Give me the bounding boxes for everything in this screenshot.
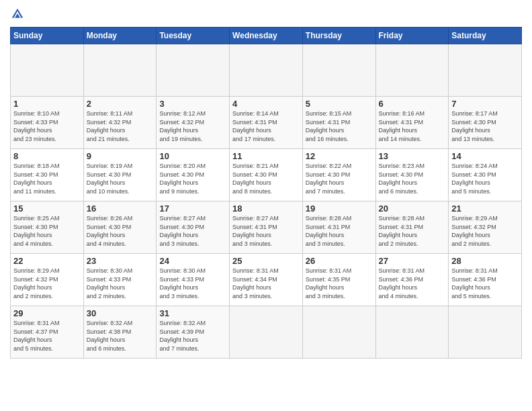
calendar-week-3: 15Sunrise: 8:25 AMSunset: 4:30 PMDayligh… xyxy=(11,201,522,254)
header xyxy=(10,7,522,21)
day-info: Sunrise: 8:32 AMSunset: 4:38 PMDaylight … xyxy=(87,319,154,353)
day-info: Sunrise: 8:24 AMSunset: 4:30 PMDaylight … xyxy=(451,162,519,195)
day-number: 9 xyxy=(87,151,154,161)
day-number: 8 xyxy=(13,151,81,161)
calendar-week-2: 8Sunrise: 8:18 AMSunset: 4:30 PMDaylight… xyxy=(11,149,522,201)
calendar-cell: 28Sunrise: 8:31 AMSunset: 4:36 PMDayligh… xyxy=(449,254,522,306)
day-info: Sunrise: 8:31 AMSunset: 4:34 PMDaylight … xyxy=(232,267,300,300)
calendar-cell: 9Sunrise: 8:19 AMSunset: 4:30 PMDaylight… xyxy=(83,149,157,201)
day-info: Sunrise: 8:16 AMSunset: 4:31 PMDaylight … xyxy=(379,109,446,143)
day-number: 27 xyxy=(379,256,446,266)
calendar-cell xyxy=(449,306,522,359)
calendar-cell: 12Sunrise: 8:22 AMSunset: 4:30 PMDayligh… xyxy=(302,149,375,201)
calendar-cell: 1Sunrise: 8:10 AMSunset: 4:33 PMDaylight… xyxy=(11,97,84,149)
calendar-cell: 6Sunrise: 8:16 AMSunset: 4:31 PMDaylight… xyxy=(375,97,449,149)
calendar-cell: 31Sunrise: 8:32 AMSunset: 4:39 PMDayligh… xyxy=(157,306,230,359)
day-info: Sunrise: 8:32 AMSunset: 4:39 PMDaylight … xyxy=(159,319,226,353)
day-number: 26 xyxy=(306,256,373,266)
logo xyxy=(10,7,28,21)
day-number: 23 xyxy=(87,256,154,266)
day-number: 12 xyxy=(306,151,373,161)
calendar-header-thursday: Thursday xyxy=(302,28,375,44)
day-info: Sunrise: 8:20 AMSunset: 4:30 PMDaylight … xyxy=(159,162,226,195)
calendar-cell: 27Sunrise: 8:31 AMSunset: 4:36 PMDayligh… xyxy=(375,254,449,306)
logo-icon xyxy=(10,7,25,21)
day-info: Sunrise: 8:31 AMSunset: 4:35 PMDaylight … xyxy=(306,267,373,300)
day-number: 5 xyxy=(306,99,373,109)
calendar-cell: 16Sunrise: 8:26 AMSunset: 4:30 PMDayligh… xyxy=(83,201,157,254)
day-number: 20 xyxy=(379,203,446,214)
day-info: Sunrise: 8:12 AMSunset: 4:32 PMDaylight … xyxy=(159,109,226,143)
calendar-cell: 15Sunrise: 8:25 AMSunset: 4:30 PMDayligh… xyxy=(11,201,84,254)
calendar-cell: 4Sunrise: 8:14 AMSunset: 4:31 PMDaylight… xyxy=(230,97,303,149)
calendar-cell: 22Sunrise: 8:29 AMSunset: 4:32 PMDayligh… xyxy=(11,254,84,306)
day-number: 17 xyxy=(159,203,226,214)
calendar-cell: 23Sunrise: 8:30 AMSunset: 4:33 PMDayligh… xyxy=(83,254,157,306)
calendar-cell: 11Sunrise: 8:21 AMSunset: 4:30 PMDayligh… xyxy=(230,149,303,201)
page-container: SundayMondayTuesdayWednesdayThursdayFrid… xyxy=(0,0,532,365)
day-info: Sunrise: 8:28 AMSunset: 4:31 PMDaylight … xyxy=(306,214,373,248)
calendar-cell: 30Sunrise: 8:32 AMSunset: 4:38 PMDayligh… xyxy=(83,306,157,359)
calendar-cell: 25Sunrise: 8:31 AMSunset: 4:34 PMDayligh… xyxy=(230,254,303,306)
day-info: Sunrise: 8:30 AMSunset: 4:33 PMDaylight … xyxy=(87,267,154,300)
day-info: Sunrise: 8:17 AMSunset: 4:30 PMDaylight … xyxy=(451,109,519,143)
day-number: 1 xyxy=(13,99,81,109)
calendar-cell: 26Sunrise: 8:31 AMSunset: 4:35 PMDayligh… xyxy=(302,254,375,306)
day-number: 7 xyxy=(451,99,519,109)
day-info: Sunrise: 8:25 AMSunset: 4:30 PMDaylight … xyxy=(13,214,81,248)
calendar-cell xyxy=(230,44,303,97)
day-number: 10 xyxy=(159,151,226,161)
day-number: 31 xyxy=(159,308,226,318)
day-info: Sunrise: 8:31 AMSunset: 4:36 PMDaylight … xyxy=(451,267,519,300)
calendar-cell xyxy=(83,44,157,97)
calendar-header-monday: Monday xyxy=(83,28,157,44)
day-info: Sunrise: 8:31 AMSunset: 4:36 PMDaylight … xyxy=(379,267,446,300)
calendar-table: SundayMondayTuesdayWednesdayThursdayFrid… xyxy=(10,27,522,359)
calendar-header-sunday: Sunday xyxy=(11,28,84,44)
day-info: Sunrise: 8:21 AMSunset: 4:30 PMDaylight … xyxy=(232,162,300,195)
day-number: 4 xyxy=(232,99,300,109)
day-info: Sunrise: 8:18 AMSunset: 4:30 PMDaylight … xyxy=(13,162,81,195)
day-info: Sunrise: 8:28 AMSunset: 4:31 PMDaylight … xyxy=(379,214,446,248)
calendar-header-wednesday: Wednesday xyxy=(230,28,303,44)
day-info: Sunrise: 8:29 AMSunset: 4:32 PMDaylight … xyxy=(13,267,81,300)
day-number: 15 xyxy=(13,203,81,214)
calendar-header-saturday: Saturday xyxy=(449,28,522,44)
calendar-header-row: SundayMondayTuesdayWednesdayThursdayFrid… xyxy=(11,28,522,44)
day-info: Sunrise: 8:29 AMSunset: 4:32 PMDaylight … xyxy=(451,214,519,248)
calendar-cell: 17Sunrise: 8:27 AMSunset: 4:30 PMDayligh… xyxy=(157,201,230,254)
day-info: Sunrise: 8:11 AMSunset: 4:32 PMDaylight … xyxy=(87,109,154,143)
calendar-cell xyxy=(375,44,449,97)
day-info: Sunrise: 8:14 AMSunset: 4:31 PMDaylight … xyxy=(232,109,300,143)
calendar-cell: 29Sunrise: 8:31 AMSunset: 4:37 PMDayligh… xyxy=(11,306,84,359)
day-number: 24 xyxy=(159,256,226,266)
calendar-cell: 21Sunrise: 8:29 AMSunset: 4:32 PMDayligh… xyxy=(449,201,522,254)
day-number: 3 xyxy=(159,99,226,109)
day-info: Sunrise: 8:22 AMSunset: 4:30 PMDaylight … xyxy=(306,162,373,195)
day-info: Sunrise: 8:30 AMSunset: 4:33 PMDaylight … xyxy=(159,267,226,300)
calendar-week-0 xyxy=(11,44,522,97)
day-number: 6 xyxy=(379,99,446,109)
calendar-cell: 2Sunrise: 8:11 AMSunset: 4:32 PMDaylight… xyxy=(83,97,157,149)
calendar-body: 1Sunrise: 8:10 AMSunset: 4:33 PMDaylight… xyxy=(11,44,522,359)
day-info: Sunrise: 8:31 AMSunset: 4:37 PMDaylight … xyxy=(13,319,81,353)
calendar-header-tuesday: Tuesday xyxy=(157,28,230,44)
calendar-cell: 8Sunrise: 8:18 AMSunset: 4:30 PMDaylight… xyxy=(11,149,84,201)
day-info: Sunrise: 8:15 AMSunset: 4:31 PMDaylight … xyxy=(306,109,373,143)
calendar-week-5: 29Sunrise: 8:31 AMSunset: 4:37 PMDayligh… xyxy=(11,306,522,359)
day-number: 21 xyxy=(451,203,519,214)
calendar-cell xyxy=(157,44,230,97)
calendar-cell xyxy=(375,306,449,359)
calendar-cell: 10Sunrise: 8:20 AMSunset: 4:30 PMDayligh… xyxy=(157,149,230,201)
day-info: Sunrise: 8:10 AMSunset: 4:33 PMDaylight … xyxy=(13,109,81,143)
day-number: 22 xyxy=(13,256,81,266)
day-number: 25 xyxy=(232,256,300,266)
calendar-cell: 7Sunrise: 8:17 AMSunset: 4:30 PMDaylight… xyxy=(449,97,522,149)
calendar-cell: 13Sunrise: 8:23 AMSunset: 4:30 PMDayligh… xyxy=(375,149,449,201)
day-number: 28 xyxy=(451,256,519,266)
day-number: 11 xyxy=(232,151,300,161)
calendar-cell xyxy=(302,44,375,97)
calendar-week-4: 22Sunrise: 8:29 AMSunset: 4:32 PMDayligh… xyxy=(11,254,522,306)
day-info: Sunrise: 8:19 AMSunset: 4:30 PMDaylight … xyxy=(87,162,154,195)
day-number: 16 xyxy=(87,203,154,214)
